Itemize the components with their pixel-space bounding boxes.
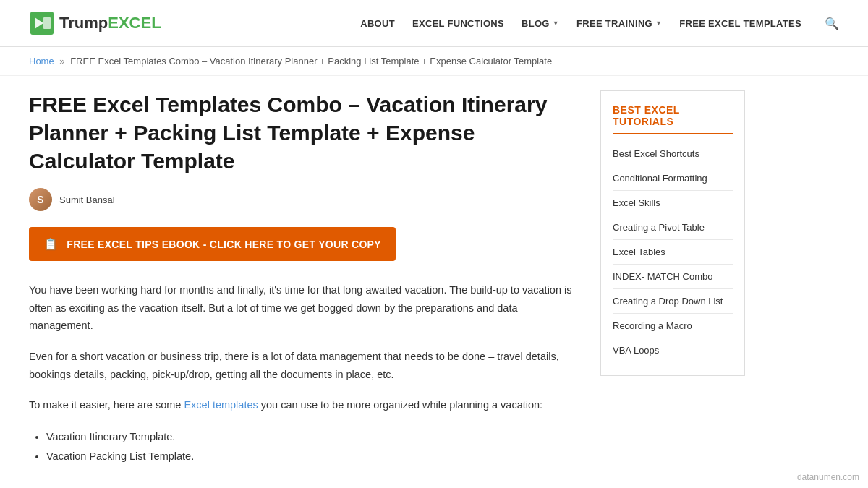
breadcrumb-home[interactable]: Home: [29, 56, 54, 67]
list-item: Vacation Itinerary Template.: [46, 427, 579, 448]
sidebar-link-index-match[interactable]: INDEX- MATCH Combo: [613, 265, 733, 289]
nav-free-templates[interactable]: FREE EXCEL TEMPLATES: [679, 18, 801, 29]
sidebar-link-recording-macro[interactable]: Recording a Macro: [613, 314, 733, 338]
cta-label: FREE EXCEL TIPS EBOOK - Click here to ge…: [67, 239, 381, 250]
avatar: S: [29, 188, 52, 211]
ebook-icon: 📋: [43, 237, 58, 251]
blog-dropdown-arrow: ▼: [553, 20, 559, 27]
nav-free-training[interactable]: FREE TRAINING ▼: [576, 18, 662, 29]
nav-blog[interactable]: BLOG ▼: [522, 18, 559, 29]
page-title: FREE Excel Templates Combo – Vacation It…: [29, 90, 579, 175]
search-icon[interactable]: 🔍: [825, 17, 839, 30]
nav-excel-functions[interactable]: EXCEL FUNCTIONS: [412, 18, 504, 29]
logo-icon: [29, 10, 55, 36]
author-row: S Sumit Bansal: [29, 188, 579, 211]
list-item: Vacation Packing List Template.: [46, 447, 579, 467]
main-content: FREE Excel Templates Combo – Vacation It…: [29, 90, 579, 467]
sidebar-box: BEST EXCEL TUTORIALS Best Excel Shortcut…: [600, 90, 745, 376]
author-name: Sumit Bansal: [59, 194, 115, 205]
svg-rect-2: [43, 17, 51, 29]
sidebar-link-excel-skills[interactable]: Excel Skills: [613, 191, 733, 215]
sidebar-link-drop-down-list[interactable]: Creating a Drop Down List: [613, 289, 733, 314]
paragraph-2: Even for a short vacation or business tr…: [29, 348, 579, 383]
sidebar-title: BEST EXCEL TUTORIALS: [613, 104, 733, 134]
nav-about[interactable]: ABOUT: [360, 18, 395, 29]
breadcrumb-separator: »: [59, 56, 64, 67]
sidebar-link-shortcuts[interactable]: Best Excel Shortcuts: [613, 142, 733, 166]
excel-templates-link[interactable]: Excel templates: [184, 399, 258, 411]
sidebar-link-conditional-formatting[interactable]: Conditional Formatting: [613, 166, 733, 191]
breadcrumb: Home » FREE Excel Templates Combo – Vaca…: [0, 47, 868, 76]
cta-ebook-button[interactable]: 📋 FREE EXCEL TIPS EBOOK - Click here to …: [29, 227, 396, 261]
bullet-list: Vacation Itinerary Template. Vacation Pa…: [46, 427, 579, 467]
main-container: FREE Excel Templates Combo – Vacation It…: [0, 76, 868, 481]
paragraph-3: To make it easier, here are some Excel t…: [29, 396, 579, 414]
watermark: datanumen.com: [797, 472, 859, 481]
sidebar-link-excel-tables[interactable]: Excel Tables: [613, 240, 733, 265]
training-dropdown-arrow: ▼: [655, 20, 662, 27]
logo-text: TrumpEXCEL: [59, 14, 161, 33]
sidebar-link-vba-loops[interactable]: VBA Loops: [613, 338, 733, 362]
site-header: TrumpEXCEL ABOUT EXCEL FUNCTIONS BLOG ▼ …: [0, 0, 868, 47]
site-logo[interactable]: TrumpEXCEL: [29, 10, 161, 36]
breadcrumb-current: FREE Excel Templates Combo – Vacation It…: [70, 56, 552, 67]
main-nav: ABOUT EXCEL FUNCTIONS BLOG ▼ FREE TRAINI…: [360, 17, 839, 30]
sidebar-link-pivot-table[interactable]: Creating a Pivot Table: [613, 215, 733, 240]
paragraph-1: You have been working hard for months an…: [29, 281, 579, 335]
sidebar: BEST EXCEL TUTORIALS Best Excel Shortcut…: [600, 90, 745, 467]
